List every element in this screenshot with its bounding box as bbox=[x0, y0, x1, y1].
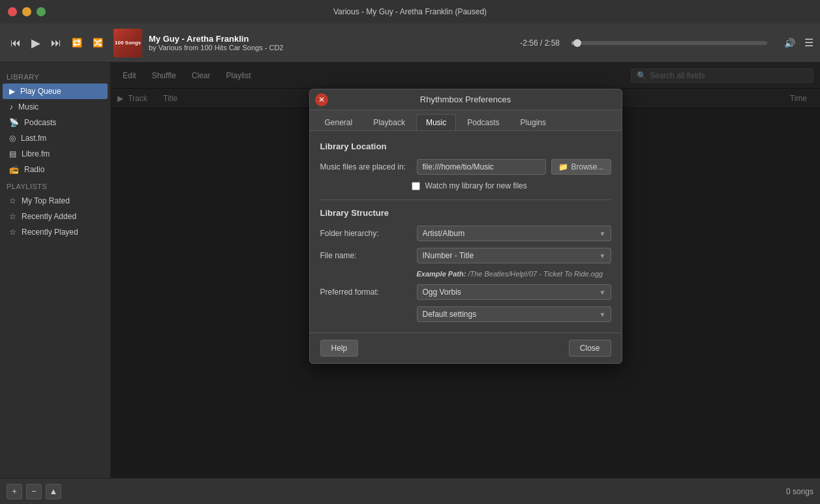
remove-playlist-button[interactable]: − bbox=[26, 484, 42, 499]
album-art-inner: 100 Songs bbox=[114, 29, 142, 57]
dialog-tabs: General Playback Music Podcasts Plugins bbox=[310, 110, 622, 131]
example-path-label: Example Path: bbox=[417, 270, 466, 278]
music-path-row: Music files are placed in: 📁 Browse... bbox=[320, 159, 611, 175]
sidebar-item-radio[interactable]: 📻 Radio bbox=[3, 162, 108, 177]
track-title: My Guy - Aretha Franklin bbox=[149, 34, 283, 44]
recently-played-icon: ☆ bbox=[9, 228, 16, 237]
dialog-close-button[interactable]: ✕ bbox=[315, 93, 328, 106]
statusbar: + − ▲ 0 songs bbox=[0, 478, 820, 504]
tab-general[interactable]: General bbox=[315, 114, 363, 130]
track-info: My Guy - Aretha Franklin by Various from… bbox=[149, 34, 283, 52]
sidebar-item-music[interactable]: ♪ Music bbox=[3, 99, 108, 115]
tab-playback[interactable]: Playback bbox=[363, 114, 415, 130]
player-controls: ⏮ ▶ ⏭ 🔁 🔀 bbox=[7, 33, 107, 53]
play-pause-button[interactable]: ▶ bbox=[27, 33, 44, 53]
dialog-body: Library Location Music files are placed … bbox=[310, 131, 622, 333]
library-structure-section: Library Structure bbox=[320, 208, 611, 218]
sidebar-item-recently-played[interactable]: ☆ Recently Played bbox=[3, 224, 108, 240]
track-meta: by Various from 100 Hits Car Songs - CD2 bbox=[149, 44, 283, 52]
progress-knob[interactable] bbox=[573, 39, 581, 47]
dialog-footer: Help Close bbox=[310, 333, 622, 363]
add-playlist-button[interactable]: + bbox=[7, 484, 22, 499]
folder-icon: 📁 bbox=[558, 162, 568, 171]
dialog-title: Rhythmbox Preferences bbox=[420, 95, 511, 104]
progress-bar[interactable] bbox=[571, 41, 767, 45]
podcasts-label: Podcasts bbox=[24, 118, 56, 127]
podcasts-icon: 📡 bbox=[9, 118, 19, 127]
default-settings-row: Default settings Custom ▼ bbox=[417, 306, 611, 322]
close-window-button[interactable] bbox=[8, 7, 17, 16]
preferred-format-label: Preferred format: bbox=[320, 288, 412, 297]
playlists-section-label: Playlists bbox=[0, 177, 110, 193]
file-name-label: File name: bbox=[320, 251, 412, 260]
folder-hierarchy-label: Folder hierarchy: bbox=[320, 229, 412, 238]
shuffle-button[interactable]: 🔀 bbox=[89, 35, 107, 50]
tab-music[interactable]: Music bbox=[416, 114, 456, 130]
sidebar-item-recently-added[interactable]: ☆ Recently Added bbox=[3, 209, 108, 224]
volume-icon: 🔊 bbox=[784, 38, 795, 48]
watch-library-row: Watch my library for new files bbox=[412, 181, 611, 190]
album-art: 100 Songs bbox=[114, 29, 142, 57]
my-top-rated-label: My Top Rated bbox=[22, 196, 70, 205]
star-icon: ☆ bbox=[9, 196, 16, 205]
previous-button[interactable]: ⏮ bbox=[7, 35, 25, 52]
menu-icon[interactable]: ☰ bbox=[804, 37, 813, 49]
section-divider bbox=[320, 200, 611, 200]
sidebar-item-lastfm[interactable]: ◎ Last.fm bbox=[3, 130, 108, 146]
preferred-format-select[interactable]: Ogg Vorbis MP3 FLAC AAC bbox=[417, 284, 611, 300]
folder-hierarchy-select[interactable]: Artist/Album Artist Album Genre/Artist/A… bbox=[417, 226, 611, 241]
library-section-label: Library bbox=[0, 68, 110, 83]
librefm-label: Libre.fm bbox=[22, 149, 50, 158]
preferences-dialog: ✕ Rhythmbox Preferences General Playback… bbox=[309, 89, 622, 364]
library-location-section: Library Location bbox=[320, 141, 611, 151]
folder-hierarchy-select-wrapper: Artist/Album Artist Album Genre/Artist/A… bbox=[417, 226, 611, 241]
window-title: Various - My Guy - Aretha Franklin (Paus… bbox=[333, 7, 487, 16]
sidebar: Library ▶ Play Queue ♪ Music 📡 Podcasts … bbox=[0, 63, 111, 478]
modal-overlay: ✕ Rhythmbox Preferences General Playback… bbox=[111, 63, 820, 478]
player-bar: ⏮ ▶ ⏭ 🔁 🔀 100 Songs My Guy - Aretha Fran… bbox=[0, 23, 820, 63]
up-button[interactable]: ▲ bbox=[46, 484, 61, 499]
folder-hierarchy-row: Folder hierarchy: Artist/Album Artist Al… bbox=[320, 226, 611, 241]
help-button[interactable]: Help bbox=[320, 340, 359, 357]
preferred-format-row: Preferred format: Ogg Vorbis MP3 FLAC AA… bbox=[320, 284, 611, 300]
repeat-button[interactable]: 🔁 bbox=[68, 35, 86, 50]
next-button[interactable]: ⏭ bbox=[47, 35, 65, 52]
music-icon: ♪ bbox=[9, 102, 13, 111]
preferred-format-select-wrapper: Ogg Vorbis MP3 FLAC AAC ▼ bbox=[417, 284, 611, 300]
dialog-header: ✕ Rhythmbox Preferences bbox=[310, 89, 622, 110]
time-elapsed: -2:56 / 2:58 bbox=[520, 38, 560, 48]
watch-library-label: Watch my library for new files bbox=[425, 181, 527, 190]
play-queue-label: Play Queue bbox=[20, 87, 61, 96]
sidebar-item-play-queue[interactable]: ▶ Play Queue bbox=[3, 83, 108, 99]
music-label: Music bbox=[18, 102, 38, 111]
maximize-window-button[interactable] bbox=[37, 7, 46, 16]
default-settings-select[interactable]: Default settings Custom bbox=[417, 306, 611, 322]
minimize-window-button[interactable] bbox=[22, 7, 31, 16]
librefm-icon: ▤ bbox=[9, 149, 16, 158]
sidebar-item-librefm[interactable]: ▤ Libre.fm bbox=[3, 146, 108, 162]
music-files-label: Music files are placed in: bbox=[320, 162, 412, 171]
window-controls bbox=[8, 7, 46, 16]
recently-added-label: Recently Added bbox=[22, 212, 76, 221]
file-name-row: File name: INumber - Title Title Artist … bbox=[320, 248, 611, 263]
sidebar-item-podcasts[interactable]: 📡 Podcasts bbox=[3, 115, 108, 130]
tab-podcasts[interactable]: Podcasts bbox=[457, 114, 509, 130]
file-name-select[interactable]: INumber - Title Title Artist - Title bbox=[417, 248, 611, 263]
watch-library-checkbox[interactable] bbox=[412, 182, 420, 190]
file-name-select-wrapper: INumber - Title Title Artist - Title ▼ bbox=[417, 248, 611, 263]
radio-icon: 📻 bbox=[9, 165, 19, 174]
sidebar-item-my-top-rated[interactable]: ☆ My Top Rated bbox=[3, 193, 108, 209]
recently-added-icon: ☆ bbox=[9, 212, 16, 221]
music-path-input[interactable] bbox=[417, 159, 547, 175]
browse-button[interactable]: 📁 Browse... bbox=[551, 159, 611, 175]
default-settings-select-wrapper: Default settings Custom ▼ bbox=[417, 306, 611, 322]
recently-played-label: Recently Played bbox=[22, 228, 78, 237]
close-dialog-button[interactable]: Close bbox=[569, 340, 611, 357]
lastfm-icon: ◎ bbox=[9, 134, 16, 143]
example-path-row: Example Path: /The Beatles/Help!/07 - Ti… bbox=[417, 270, 611, 278]
titlebar: Various - My Guy - Aretha Franklin (Paus… bbox=[0, 0, 820, 23]
tab-plugins[interactable]: Plugins bbox=[511, 114, 556, 130]
play-queue-icon: ▶ bbox=[9, 87, 15, 96]
statusbar-controls: + − ▲ bbox=[7, 484, 61, 499]
songs-count: 0 songs bbox=[786, 487, 813, 496]
